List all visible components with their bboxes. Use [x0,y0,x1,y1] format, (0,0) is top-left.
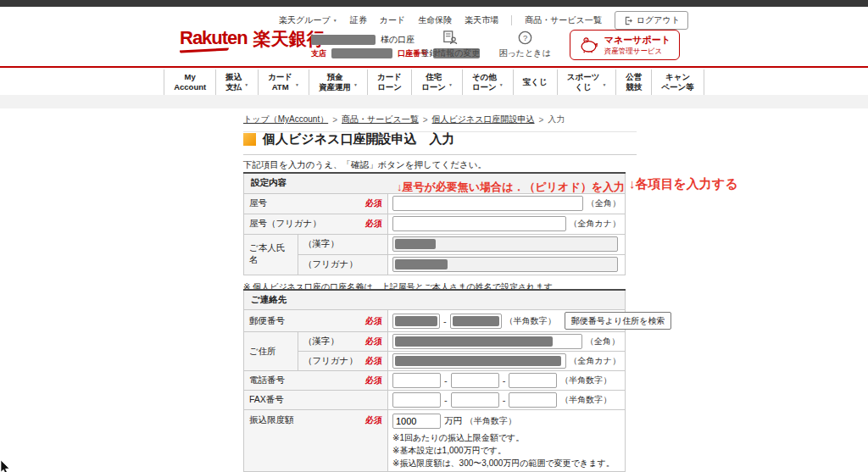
title-square-icon [243,133,256,146]
phone-input-3[interactable] [509,373,557,388]
logout-button[interactable]: ログアウト [615,11,688,30]
registration-change-icon [442,31,458,45]
yago-label: 屋号 [249,197,267,209]
required-badge: 必須 [365,197,382,209]
name-kana-sublabel: （フリガナ） [303,258,358,270]
logout-icon [623,16,632,25]
phone-input-1[interactable] [392,373,441,388]
required-badge: 必須 [365,218,382,230]
name-kana-field [392,257,618,272]
address-kana-input[interactable] [392,353,566,369]
money-support-title: マネーサポート [604,35,670,47]
name-kanji-sublabel: （漢字） [303,238,339,250]
address-label: ご住所 [249,346,276,358]
address-kanji-input[interactable] [392,334,582,349]
link-products-services[interactable]: 商品・サービス一覧 [525,14,602,26]
page-title: 個人ビジネス口座開設申込 入力 [263,131,454,147]
site-header: 楽天グループ 証券 カード 生命保険 楽天市場 商品・サービス一覧 ログアウト … [0,7,868,68]
annotation-yago: ↓屋号が必要無い場合は．（ピリオド）を入力 [243,180,625,195]
dropdown-caret-icon [353,75,358,90]
help-button[interactable]: ? 困ったときは [499,31,551,59]
page-title-row: 個人ビジネス口座開設申込 入力 [243,131,637,155]
link-securities[interactable]: 証券 [350,14,367,26]
owner-name-redaction [311,35,376,45]
breadcrumb-link-top[interactable]: トップ（MyAccount） [243,114,328,125]
mouse-cursor-icon [0,460,11,472]
contact-table: ご連絡先 郵便番号 必須 - （半角数字） 郵便番号より住所を検索 ご住所 （漢… [243,289,626,472]
transfer-limit-row: 振込限度額 必須 万円 （半角数字） ※1回あたりの振込上限金額です。 ※基本設… [244,410,626,472]
dropdown-caret-icon [602,75,606,90]
nav-item-lottery[interactable]: 宝くじ [513,69,557,95]
section-title: ご連絡先 [244,290,626,310]
nav-item-sports-lottery[interactable]: スポーツくじ [557,69,616,95]
required-badge: 必須 [365,355,382,367]
logout-label: ログアウト [637,14,680,26]
nav-item-transfer-payment[interactable]: 振込支払 [215,69,258,95]
limit-note-3: ※振込限度額は、300〜3,000万円の範囲で変更できます。 [392,457,620,469]
breadcrumb: トップ（MyAccount） > 商品・サービス一覧 > 個人ビジネス口座開設申… [243,114,637,132]
address-kanji-sublabel: （漢字） [303,336,339,347]
nav-item-card-atm[interactable]: カードATM [258,69,309,95]
link-card[interactable]: カード [380,14,405,26]
address-kana-row: （フリガナ） 必須 （全角カナ） [244,352,626,371]
link-rakuten-group[interactable]: 楽天グループ [279,14,337,26]
nav-item-deposit-asset[interactable]: 預金資産運用 [309,69,367,95]
phone-input-2[interactable] [451,373,499,388]
address-kana-sublabel: （フリガナ） [303,355,358,367]
postal-code-input-2[interactable] [450,314,502,329]
breadcrumb-separator: > [423,115,428,125]
yago-kana-input[interactable] [392,216,566,231]
postal-code-row: 郵便番号 必須 - （半角数字） 郵便番号より住所を検索 [244,310,626,332]
address-kana-hint: （全角カナ） [570,355,620,367]
yago-kana-label: 屋号（フリガナ） [249,218,321,230]
required-badge: 必須 [365,375,382,386]
address-kana-redaction [395,356,561,366]
transfer-limit-input[interactable] [392,414,441,429]
limit-unit: 万円 [444,415,462,427]
annotation-fill-fields: ↓各項目を入力する [629,176,738,192]
yago-row: 屋号 必須 （全角） [244,193,626,214]
dropdown-caret-icon [499,75,504,90]
yago-kana-hint: （全角カナ） [570,218,620,230]
fax-input-2[interactable] [451,392,499,408]
required-badge: 必須 [365,414,382,426]
nav-item-card-loan[interactable]: カードローン [367,69,411,95]
breadcrumb-separator: > [539,115,544,125]
nav-item-public-races[interactable]: 公営競技 [615,69,651,95]
hyphen: - [503,375,506,386]
breadcrumb-separator: > [332,115,337,125]
address-kanji-hint: （全角） [586,336,620,347]
phone-row: 電話番号 必須 - - （半角数字） [244,371,626,391]
money-support-subtitle: 資産管理サービス [604,47,670,56]
link-rakuten-ichiba[interactable]: 楽天市場 [465,14,498,26]
nav-item-campaigns[interactable]: キャンペーン等 [651,69,704,95]
name-kanji-field [392,236,618,252]
yago-input[interactable] [392,196,583,211]
top-links: 楽天グループ 証券 カード 生命保険 楽天市場 商品・サービス一覧 ログアウト [279,11,688,30]
fax-input-1[interactable] [392,392,441,408]
logo-swoosh [180,47,229,53]
yago-kana-row: 屋号（フリガナ） 必須 （全角カナ） [244,214,626,234]
svg-text:?: ? [522,33,526,42]
postal-hint: （半角数字） [505,315,556,327]
breadcrumb-link-application[interactable]: 個人ビジネス口座開設申込 [432,114,535,125]
postal-code-input-1[interactable] [392,314,440,329]
rakuten-bank-logo[interactable]: Rakuten 楽天銀行 [180,29,325,52]
money-support-button[interactable]: マネーサポート 資産管理サービス [570,30,680,60]
name-kana-row: （フリガナ） [244,254,626,275]
separator-band [0,95,868,108]
name-label: ご本人氏名 [249,242,292,266]
header-utilities: 登録情報の変更 ? 困ったときは マネーサポート 資産管理サービス [420,30,680,60]
nav-item-my-account[interactable]: MyAccount [164,69,215,95]
fax-row: FAX番号 - - （半角数字） [244,391,626,410]
nav-item-home-loan[interactable]: 住宅ローン [411,69,462,95]
nav-item-other-loan[interactable]: その他ローン [462,69,513,95]
postal-search-button[interactable]: 郵便番号より住所を検索 [565,312,672,330]
fax-hint: （半角数字） [560,394,611,406]
fax-input-3[interactable] [509,392,557,408]
breadcrumb-link-products[interactable]: 商品・サービス一覧 [342,114,419,125]
owner-suffix: 様の口座 [381,34,415,46]
link-life-insurance[interactable]: 生命保険 [418,14,452,26]
registration-change-button[interactable]: 登録情報の変更 [420,31,480,59]
fax-label: FAX番号 [249,394,284,406]
